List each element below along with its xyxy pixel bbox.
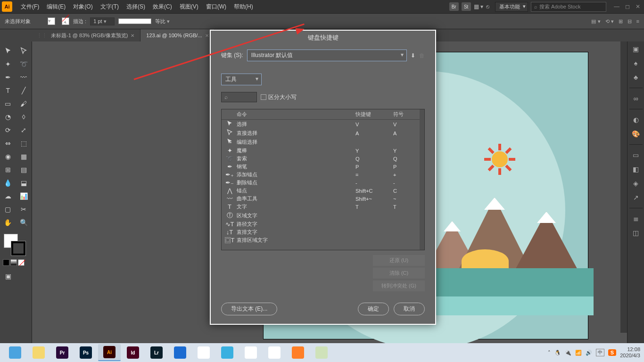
- gradient-tool[interactable]: ▤: [17, 164, 31, 176]
- shortcut-row[interactable]: ✒钢笔PP: [222, 163, 424, 171]
- taskbar-premiere[interactable]: Pr: [51, 344, 74, 361]
- appearance-panel-icon[interactable]: ↗: [631, 193, 641, 202]
- shape-builder-tool[interactable]: ◉: [1, 150, 15, 163]
- hand-tool[interactable]: ✋: [1, 216, 15, 229]
- workspace-switcher[interactable]: 基本功能: [495, 2, 528, 12]
- shortcut-search[interactable]: ⌕: [221, 92, 257, 102]
- taskbar-browser[interactable]: [4, 344, 26, 361]
- bridge-icon[interactable]: Br: [449, 2, 459, 11]
- ok-button[interactable]: 确定: [358, 303, 389, 315]
- wand-tool[interactable]: ✦: [1, 58, 15, 70]
- tray-clock[interactable]: 12:08 2020/4/3: [620, 346, 640, 359]
- shortcut-row[interactable]: ⿴T直排区域文字: [222, 236, 424, 244]
- window-minimize[interactable]: —: [614, 3, 619, 10]
- fill-swatch[interactable]: [48, 17, 55, 25]
- asset-panel-icon[interactable]: ◫: [631, 228, 641, 238]
- menu-type[interactable]: 文字(T): [97, 3, 123, 11]
- taskbar-lightroom[interactable]: Lr: [145, 344, 168, 361]
- stroke-swatch-box[interactable]: [11, 241, 25, 255]
- panel-opt-1[interactable]: ⊞: [619, 18, 623, 25]
- properties-panel-icon[interactable]: ▣: [631, 44, 641, 54]
- symbol-tool[interactable]: ☁: [1, 190, 15, 202]
- shortcut-row[interactable]: 直接选择AA: [222, 129, 424, 138]
- graph-tool[interactable]: 📊: [17, 190, 31, 202]
- shortcut-row[interactable]: 〰曲率工具Shift+~~: [222, 195, 424, 203]
- shortcut-row[interactable]: 编组选择: [222, 138, 424, 147]
- cancel-button[interactable]: 取消: [394, 303, 425, 315]
- arrange-icon[interactable]: ▦ ▾: [474, 3, 483, 10]
- tray-qq-icon[interactable]: 🐧: [554, 350, 561, 356]
- width-tool[interactable]: ⇔: [1, 137, 15, 149]
- menu-object[interactable]: 对象(O): [69, 3, 96, 11]
- gradient-panel-icon[interactable]: ◧: [631, 165, 641, 174]
- taskbar-notes[interactable]: [310, 344, 333, 361]
- stock-search[interactable]: ⌕ 搜索 Adobe Stock: [531, 2, 606, 12]
- taskbar-qq[interactable]: [239, 344, 262, 361]
- type-tool[interactable]: T: [1, 84, 15, 97]
- shortcut-row[interactable]: T文字TT: [222, 203, 424, 211]
- tabs-drag-handle[interactable]: ⋮⋮: [37, 33, 41, 39]
- export-text-button[interactable]: 导出文本 (E)...: [221, 303, 277, 315]
- stroke-style[interactable]: [118, 18, 151, 24]
- color-panel-icon[interactable]: ◐: [631, 115, 641, 124]
- free-transform-tool[interactable]: ⬚: [17, 137, 31, 149]
- taskbar-tool-blue[interactable]: [169, 344, 191, 361]
- eyedropper-tool[interactable]: 💧: [1, 177, 15, 189]
- none-mode-icon[interactable]: [18, 259, 25, 266]
- pen-tool[interactable]: ✒: [1, 71, 15, 83]
- taskbar-ball[interactable]: [192, 344, 215, 361]
- menu-effect[interactable]: 效果(C): [149, 3, 176, 11]
- tray-volume-icon[interactable]: 🔊: [586, 350, 592, 356]
- shortcut-row[interactable]: ➰套索QQ: [222, 155, 424, 163]
- taskbar-orange[interactable]: [287, 344, 309, 361]
- perspective-tool[interactable]: ▦: [17, 150, 31, 163]
- screen-mode-tool[interactable]: ▣: [1, 270, 15, 282]
- menu-edit[interactable]: 编辑(E): [43, 3, 69, 11]
- shortcut-row[interactable]: ✦魔棒YY: [222, 147, 424, 155]
- gradient-mode-icon[interactable]: [10, 259, 17, 266]
- window-close[interactable]: ✕: [636, 3, 640, 10]
- shortcut-row[interactable]: ✒₊添加锚点=+: [222, 171, 424, 179]
- color-mode-icon[interactable]: [3, 259, 9, 266]
- filter-dropdown[interactable]: 工具: [221, 74, 262, 85]
- swatches-panel-icon[interactable]: 🎨: [631, 129, 641, 139]
- tray-expand-icon[interactable]: ˄: [548, 350, 551, 356]
- close-icon[interactable]: ✕: [205, 33, 209, 38]
- menu-help[interactable]: 帮助(H): [230, 3, 257, 11]
- shortcut-row[interactable]: ↓T直排文字: [222, 228, 424, 236]
- stroke-weight[interactable]: 1 pt: [90, 17, 114, 25]
- gpu-icon[interactable]: ⎋: [486, 3, 489, 10]
- mesh-tool[interactable]: ⊞: [1, 164, 15, 176]
- line-tool[interactable]: ╱: [17, 84, 31, 97]
- column-command[interactable]: 命令: [224, 111, 355, 118]
- curve-tool[interactable]: 〰: [17, 71, 31, 83]
- tray-ime-icon[interactable]: 中: [596, 349, 604, 356]
- shortcut-row[interactable]: ⋀锚点Shift+CC: [222, 187, 424, 195]
- case-sensitive-checkbox[interactable]: 区分大小写: [261, 93, 297, 101]
- taskbar-chat[interactable]: [216, 344, 239, 361]
- transparency-panel-icon[interactable]: ◈: [631, 179, 641, 188]
- menu-view[interactable]: 视图(V): [176, 3, 202, 11]
- column-shortcut[interactable]: 快捷键: [355, 111, 393, 118]
- taskbar-photoshop[interactable]: Ps: [74, 344, 97, 361]
- panel-menu-icon[interactable]: ≡: [636, 18, 639, 25]
- tray-sogou-icon[interactable]: S: [608, 349, 616, 356]
- scale-tool[interactable]: ⤢: [17, 124, 31, 136]
- artboard-tool[interactable]: ▢: [1, 203, 15, 215]
- selection-tool[interactable]: [1, 45, 15, 57]
- taskbar-indesign[interactable]: Id: [122, 344, 144, 361]
- slice-tool[interactable]: ✂: [17, 203, 31, 215]
- menu-select[interactable]: 选择(S): [123, 3, 149, 11]
- direct-select-tool[interactable]: [17, 45, 31, 57]
- stroke-panel-icon[interactable]: ▭: [631, 150, 641, 160]
- shortcut-row[interactable]: ∿T路径文字: [222, 220, 424, 228]
- rotate-tool[interactable]: ⟳: [1, 124, 15, 136]
- lasso-tool[interactable]: ➰: [17, 58, 31, 70]
- eraser-tool[interactable]: ◊: [17, 111, 31, 123]
- rect-tool[interactable]: ▭: [1, 98, 15, 110]
- cc-panel-icon[interactable]: ∞: [631, 94, 641, 103]
- transform-icon[interactable]: ⟲ ▾: [605, 18, 614, 25]
- stock-icon[interactable]: St: [462, 2, 471, 11]
- panel-opt-2[interactable]: ⊟: [627, 18, 632, 25]
- tray-power-icon[interactable]: 🔌: [565, 350, 571, 356]
